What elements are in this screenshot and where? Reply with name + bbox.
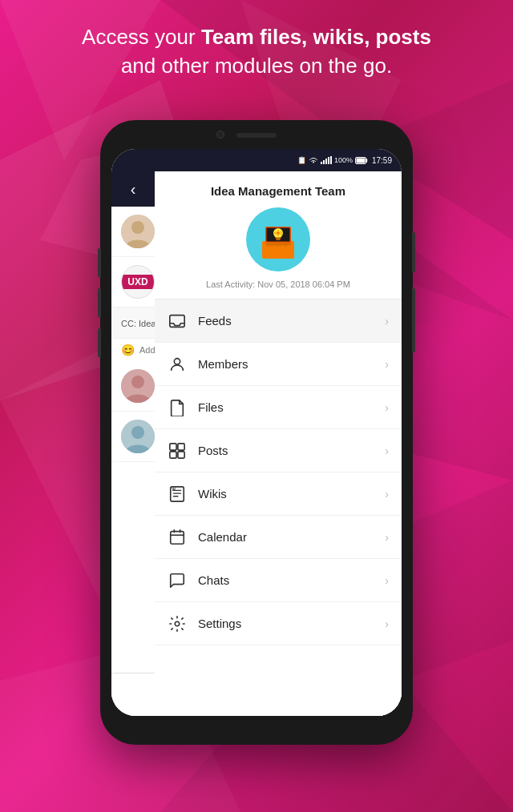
svg-rect-42 xyxy=(170,451,176,457)
chevron-chats: › xyxy=(385,574,389,587)
headline-bold: Team files, wikis, posts xyxy=(201,25,431,49)
menu-label-feeds: Feeds xyxy=(198,314,374,328)
vol-up-button xyxy=(98,248,101,277)
time-display: 17:59 xyxy=(372,156,392,165)
uxd-label: UXD xyxy=(121,275,154,289)
wiki-icon: W xyxy=(168,484,187,504)
svg-rect-37 xyxy=(283,246,288,247)
sim-icon: 📋 xyxy=(297,156,306,164)
chat-icon xyxy=(168,571,187,590)
chevron-calendar: › xyxy=(385,531,389,544)
menu-label-settings: Settings xyxy=(198,617,374,630)
posts-icon xyxy=(168,441,187,460)
back-arrow-icon: ‹ xyxy=(131,180,136,199)
svg-rect-15 xyxy=(325,159,327,164)
svg-point-23 xyxy=(131,376,144,388)
battery-text: 100% xyxy=(334,156,353,164)
menu-item-members[interactable]: Members › xyxy=(155,343,402,386)
dropdown-panel: Idea Management Team xyxy=(155,171,402,716)
phone-body: 📋 100% xyxy=(100,120,413,745)
chevron-settings: › xyxy=(385,617,389,630)
team-title: Idea Management Team xyxy=(211,184,345,198)
menu-item-feeds[interactable]: Feeds › xyxy=(155,299,402,343)
battery-icon xyxy=(355,157,368,164)
svg-rect-40 xyxy=(170,443,176,449)
speaker-grill xyxy=(236,133,277,138)
menu-item-chats[interactable]: Chats › xyxy=(155,559,402,602)
menu-label-wikis: Wikis xyxy=(198,487,374,500)
menu-item-calendar[interactable]: Calendar › xyxy=(155,516,402,559)
menu-item-posts[interactable]: Posts › xyxy=(155,429,402,472)
inbox-icon xyxy=(168,312,187,331)
menu-item-files[interactable]: Files › xyxy=(155,386,402,429)
front-camera xyxy=(216,131,224,139)
avatar-amy xyxy=(121,369,155,403)
avatar-kevin2 xyxy=(121,420,155,453)
svg-rect-14 xyxy=(323,160,325,164)
menu-label-calendar: Calendar xyxy=(198,530,374,544)
menu-list: Feeds › Members › xyxy=(155,299,402,716)
chevron-wikis: › xyxy=(385,488,389,500)
team-header: Idea Management Team xyxy=(155,171,402,299)
headline-line2: and other modules on the go. xyxy=(32,51,481,80)
menu-label-posts: Posts xyxy=(198,444,374,457)
svg-rect-36 xyxy=(275,246,281,247)
avatar-1 xyxy=(121,215,155,248)
svg-point-47 xyxy=(175,621,180,626)
headline: Access your Team files, wikis, posts and… xyxy=(0,22,513,81)
phone-mockup: 📋 100% xyxy=(100,120,413,745)
back-arrow-area[interactable]: ‹ xyxy=(111,171,155,207)
mute-button xyxy=(98,328,101,357)
team-logo xyxy=(246,207,310,271)
menu-item-wikis[interactable]: W Wikis › xyxy=(155,472,402,516)
phone-screen: 📋 100% xyxy=(111,149,402,716)
team-logo-svg xyxy=(254,215,302,263)
menu-item-settings[interactable]: Settings › xyxy=(155,602,402,645)
last-activity: Last Activity: Nov 05, 2018 06:04 PM xyxy=(206,279,350,289)
chevron-files: › xyxy=(385,401,389,414)
power-button xyxy=(412,232,415,272)
svg-rect-41 xyxy=(178,443,184,449)
svg-rect-19 xyxy=(356,158,365,163)
avatar-uxd: UXD xyxy=(121,265,155,299)
svg-text:W: W xyxy=(172,488,176,492)
file-icon xyxy=(168,398,187,417)
chevron-posts: › xyxy=(385,444,389,457)
svg-rect-43 xyxy=(178,451,184,457)
svg-point-21 xyxy=(131,221,144,234)
svg-point-33 xyxy=(277,231,280,235)
wifi-icon xyxy=(309,156,318,164)
volume-button xyxy=(412,288,415,352)
vol-down-button xyxy=(98,288,101,317)
status-icons: 📋 100% xyxy=(297,156,392,165)
svg-rect-16 xyxy=(328,157,329,164)
settings-icon xyxy=(168,614,187,633)
svg-rect-35 xyxy=(267,246,273,247)
headline-line1: Access your Team files, wikis, posts xyxy=(32,22,481,51)
person-icon xyxy=(168,355,187,374)
status-bar: 📋 100% xyxy=(111,149,402,171)
reaction-emoji: 😊 xyxy=(121,344,135,356)
calendar-icon xyxy=(168,528,187,547)
svg-rect-17 xyxy=(330,156,332,164)
menu-label-chats: Chats xyxy=(198,573,374,587)
menu-label-members: Members xyxy=(198,357,374,371)
svg-point-39 xyxy=(174,358,180,364)
chevron-members: › xyxy=(385,358,389,371)
menu-label-files: Files xyxy=(198,400,374,414)
svg-rect-13 xyxy=(321,162,322,164)
svg-point-25 xyxy=(131,426,144,439)
chevron-feeds: › xyxy=(385,315,389,328)
svg-rect-46 xyxy=(171,531,184,544)
svg-rect-34 xyxy=(265,243,291,245)
signal-icon xyxy=(321,156,332,164)
